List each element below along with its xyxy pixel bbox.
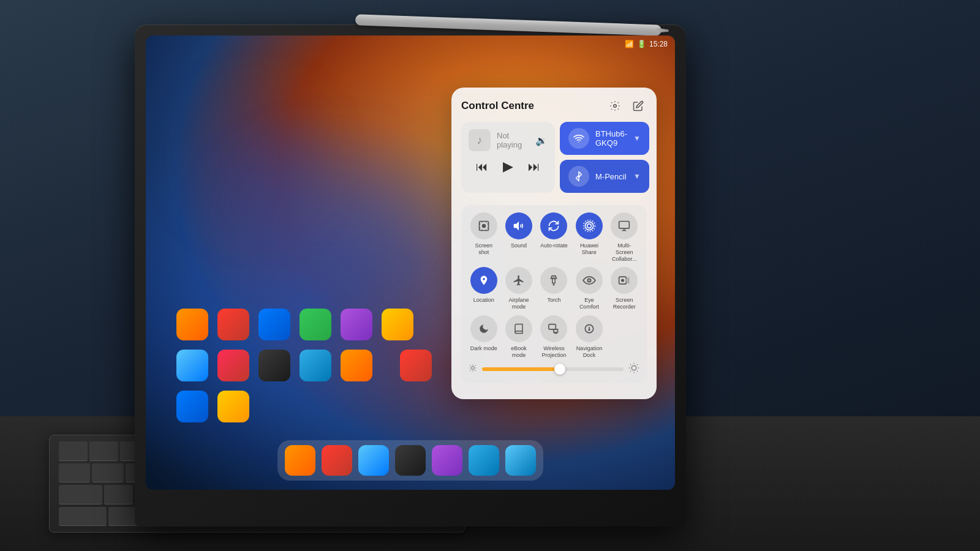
ebook-mode-toggle[interactable]: eBookmode [503,315,533,359]
tablet-device: 📶 🔋 15:28 [135,24,686,527]
dock-icon[interactable] [395,445,426,476]
app-icon[interactable] [300,309,331,340]
huawei-share-label: HuaweiShare [580,242,598,256]
brightness-thumb[interactable] [554,364,565,375]
wifi-icon [568,128,589,149]
torch-toggle[interactable]: Torch [539,267,569,310]
dark-mode-label: Dark mode [470,345,497,352]
app-icon[interactable] [341,309,372,340]
multi-screen-icon [611,212,638,239]
svg-point-4 [585,222,593,230]
sound-toggle[interactable]: Sound [503,212,533,262]
eye-comfort-icon [576,267,603,294]
svg-line-35 [637,370,638,371]
bluetooth-device-name: M-Pencil [595,172,627,181]
edit-button[interactable] [630,97,647,114]
next-button[interactable]: ⏭ [521,157,548,176]
wireless-projection-toggle[interactable]: WirelessProjection [539,315,569,359]
previous-button[interactable]: ⏮ [469,157,496,176]
auto-rotate-toggle[interactable]: Auto-rotate [539,212,569,262]
wifi-network-name: BTHub6-GKQ9 [595,129,627,148]
media-controls: ⏮ ▶ ⏭ [469,156,548,177]
control-centre-header: Control Centre [461,97,647,114]
quick-toggles-section: Screenshot Sound [461,205,647,383]
navigation-dock-toggle[interactable]: NavigationDock [574,315,604,359]
wireless-projection-label: WirelessProjection [541,345,566,359]
wifi-chevron-icon: ▼ [633,134,641,143]
screen-recorder-icon [611,267,638,294]
network-section: BTHub6-GKQ9 ▼ M-Pencil ▼ [560,122,649,193]
multi-screen-toggle[interactable]: Multi-ScreenCollabor... [609,212,639,262]
svg-line-34 [630,364,631,365]
dark-mode-toggle[interactable]: Dark mode [469,315,499,359]
wifi-status-icon: 📶 [625,40,634,48]
brightness-slider[interactable] [482,367,624,371]
svg-point-12 [587,279,590,282]
dock-icon[interactable] [358,445,389,476]
settings-button[interactable] [606,97,624,114]
music-album-art: ♪ [469,129,491,151]
dock-icon[interactable] [432,445,462,476]
wifi-toggle[interactable]: BTHub6-GKQ9 ▼ [560,122,649,155]
airplane-mode-toggle[interactable]: Airplanemode [503,267,533,310]
app-icon[interactable] [217,391,249,422]
screen-recorder-label: ScreenRecorder [613,297,636,310]
app-icon[interactable] [341,350,372,381]
ebook-label: eBookmode [511,345,527,359]
screenshot-icon [470,212,497,239]
bluetooth-icon [568,166,589,187]
sound-icon [505,212,532,239]
dark-mode-icon [470,315,497,342]
auto-rotate-icon [540,212,567,239]
app-icon[interactable] [300,350,331,381]
app-icon[interactable] [217,309,249,340]
svg-line-25 [470,365,470,366]
location-toggle[interactable]: Location [469,267,499,310]
volume-icon: 🔉 [535,135,548,146]
svg-rect-9 [552,279,556,283]
huawei-share-toggle[interactable]: HuaweiShare [574,212,604,262]
bluetooth-chevron-icon: ▼ [633,172,641,181]
svg-line-37 [637,364,638,365]
play-pause-button[interactable]: ▶ [496,156,521,177]
status-bar: 📶 🔋 15:28 [146,36,675,53]
svg-line-27 [470,370,470,370]
screenshot-label: Screenshot [475,242,492,256]
app-icon[interactable] [217,350,249,381]
huawei-share-icon [576,212,603,239]
scene: 📶 🔋 15:28 [0,0,980,551]
battery-status-icon: 🔋 [637,40,646,48]
app-icon[interactable] [382,309,413,340]
app-icon[interactable] [258,350,290,381]
toggles-row-2: Location Airplanemode [469,267,639,310]
bluetooth-toggle[interactable]: M-Pencil ▼ [560,160,649,193]
svg-point-20 [472,367,475,370]
eye-comfort-toggle[interactable]: Eye Comfort [574,267,604,310]
screen-recorder-toggle[interactable]: ScreenRecorder [609,267,639,310]
toggles-row-3: Dark mode eBookmode [469,315,639,359]
svg-point-19 [589,329,590,331]
app-icon[interactable] [400,350,432,381]
svg-line-26 [475,370,475,370]
svg-rect-15 [549,324,556,329]
app-icon[interactable] [176,391,208,422]
brightness-control [469,362,639,376]
brightness-min-icon [469,364,477,374]
wireless-projection-icon [540,315,567,342]
dock-icon[interactable] [505,445,536,476]
stylus [355,14,662,36]
dock-icon[interactable] [285,445,315,476]
eye-comfort-label: Eye Comfort [574,297,604,310]
app-icon[interactable] [176,350,208,381]
svg-point-3 [587,224,592,228]
dock-icon[interactable] [469,445,499,476]
svg-point-0 [614,105,617,108]
dock-icon[interactable] [322,445,352,476]
app-icon[interactable] [176,309,208,340]
app-icon[interactable] [258,309,290,340]
navigation-dock-icon [576,315,603,342]
screenshot-toggle[interactable]: Screenshot [469,212,499,262]
svg-point-2 [482,225,485,228]
svg-point-29 [631,365,636,370]
location-icon [470,267,497,294]
